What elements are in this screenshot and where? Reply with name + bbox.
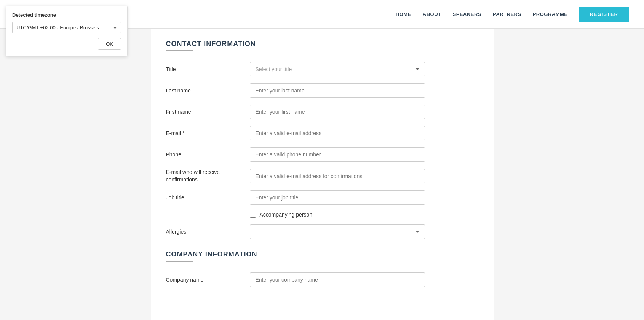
register-button[interactable]: REGISTER	[579, 7, 629, 22]
company-name-input[interactable]	[250, 272, 425, 287]
accompanying-person-row: Accompanying person	[250, 212, 478, 218]
field-label-title: Title	[166, 66, 250, 72]
form-row-allergies: Allergies	[166, 224, 478, 239]
allergies-select[interactable]	[250, 224, 425, 239]
company-section-underline	[166, 261, 193, 262]
main-content: CONTACT INFORMATION Title Select your ti…	[151, 29, 494, 320]
first-name-input[interactable]	[250, 105, 425, 119]
nav-programme[interactable]: PROGRAMME	[533, 11, 568, 17]
form-row-company-name: Company name	[166, 272, 478, 287]
nav-about[interactable]: ABOUT	[423, 11, 441, 17]
confirmation-email-input[interactable]	[250, 169, 425, 183]
accompanying-person-checkbox[interactable]	[250, 212, 256, 218]
field-label-email: E-mail *	[166, 130, 250, 136]
contact-section: CONTACT INFORMATION Title Select your ti…	[166, 40, 478, 239]
form-row-last-name: Last name	[166, 83, 478, 98]
form-row-job-title: Job title	[166, 190, 478, 205]
nav-home[interactable]: HOME	[396, 11, 411, 17]
form-row-title: Title Select your title Mr Mrs Ms Dr Pro…	[166, 62, 478, 76]
email-input[interactable]	[250, 126, 425, 140]
company-section: COMPANY INFORMATION Company name	[166, 250, 478, 287]
job-title-input[interactable]	[250, 190, 425, 205]
field-label-allergies: Allergies	[166, 229, 250, 235]
title-select[interactable]: Select your title Mr Mrs Ms Dr Prof	[250, 62, 425, 76]
field-label-job-title: Job title	[166, 194, 250, 201]
field-label-company-name: Company name	[166, 277, 250, 283]
form-row-email: E-mail *	[166, 126, 478, 140]
field-label-confirmation-email: E-mail who will receive confirmations	[166, 169, 250, 183]
accompanying-person-label: Accompanying person	[260, 212, 313, 218]
contact-section-underline	[166, 50, 193, 51]
contact-section-title: CONTACT INFORMATION	[166, 40, 478, 48]
phone-input[interactable]	[250, 147, 425, 162]
field-label-last-name: Last name	[166, 88, 250, 94]
form-row-phone: Phone	[166, 147, 478, 162]
nav-partners[interactable]: PARTNERS	[493, 11, 521, 17]
main-nav: HOME ABOUT SPEAKERS PARTNERS PROGRAMME R…	[396, 7, 629, 22]
last-name-input[interactable]	[250, 83, 425, 98]
timezone-select[interactable]: UTC/GMT +02:00 - Europe / Brussels	[12, 22, 121, 33]
form-row-confirmation-email: E-mail who will receive confirmations	[166, 169, 478, 183]
company-section-title: COMPANY INFORMATION	[166, 250, 478, 258]
timezone-popup: Detected timezone UTC/GMT +02:00 - Europ…	[6, 6, 128, 56]
nav-speakers[interactable]: SPEAKERS	[453, 11, 482, 17]
field-label-first-name: First name	[166, 109, 250, 115]
timezone-ok-button[interactable]: OK	[98, 38, 121, 50]
form-row-first-name: First name	[166, 105, 478, 119]
timezone-popup-title: Detected timezone	[12, 12, 121, 18]
field-label-phone: Phone	[166, 151, 250, 158]
